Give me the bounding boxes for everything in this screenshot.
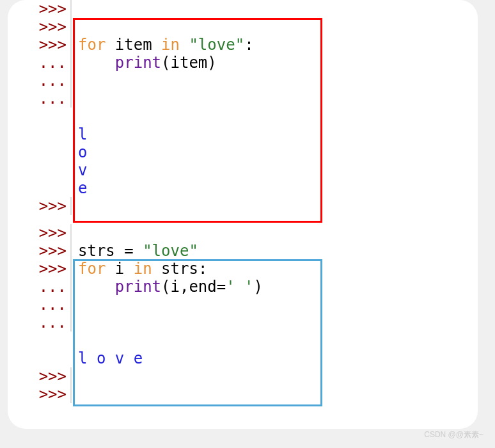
code-container: >>> >>> >>> for item in "love": ... prin… xyxy=(8,0,478,429)
for-statement: for item in "love": xyxy=(72,36,254,54)
for-keyword: for xyxy=(78,36,106,54)
colon2: : xyxy=(198,260,207,278)
code-line-print: ... print(item) xyxy=(8,54,478,72)
prompt-line: >>> xyxy=(8,385,478,403)
prompt-line: ... xyxy=(8,314,478,332)
prompt-line: >>> xyxy=(8,18,478,36)
string-love2: "love" xyxy=(143,242,198,260)
prompt-line: >>> xyxy=(8,224,478,242)
equals2: = xyxy=(217,278,226,296)
indent xyxy=(78,54,115,72)
prompt-line: >>> xyxy=(8,367,478,385)
prompt-secondary: ... xyxy=(8,314,72,332)
prompt-primary: >>> xyxy=(8,36,72,54)
prompt-secondary: ... xyxy=(8,54,72,72)
strs-ref: strs xyxy=(152,260,198,278)
output-line: l xyxy=(8,125,478,143)
assign-statement: strs = "love" xyxy=(72,242,198,260)
arg-i: i xyxy=(171,278,180,296)
output-o: o xyxy=(78,143,87,161)
prompt-primary: >>> xyxy=(8,197,72,215)
string-love: "love" xyxy=(180,36,244,54)
code-line-print2: ... print(i,end=' ') xyxy=(8,278,478,296)
print-statement2: print(i,end=' ') xyxy=(72,278,263,296)
output-line2: l o v e xyxy=(8,349,478,367)
prompt-primary: >>> xyxy=(8,385,72,403)
prompt-secondary: ... xyxy=(8,296,72,314)
for-keyword2: for xyxy=(78,260,106,278)
code-line-assign: >>> strs = "love" xyxy=(8,242,478,260)
comma: , xyxy=(180,278,189,296)
output-love: l o v e xyxy=(78,349,152,367)
prompt-secondary: ... xyxy=(8,278,72,296)
prompt-primary: >>> xyxy=(8,18,72,36)
rparen: ) xyxy=(207,54,216,72)
prompt-secondary: ... xyxy=(8,90,72,108)
output-v: v xyxy=(78,161,87,179)
print-arg: item xyxy=(171,54,208,72)
rparen2: ) xyxy=(254,278,263,296)
indent2 xyxy=(78,278,115,296)
output-line: v xyxy=(8,161,478,179)
watermark: CSDN @@素素~ xyxy=(424,429,483,440)
code-area: >>> >>> >>> for item in "love": ... prin… xyxy=(8,0,478,403)
prompt-secondary: ... xyxy=(8,72,72,90)
prompt-line: ... xyxy=(8,90,478,108)
output-line: o xyxy=(8,143,478,161)
prompt-primary: >>> xyxy=(8,260,72,278)
prompt-primary: >>> xyxy=(8,224,72,242)
code-line-for2: >>> for i in strs: xyxy=(8,260,478,278)
in-keyword2: in xyxy=(134,260,152,278)
prompt-line: ... xyxy=(8,72,478,90)
print-statement: print(item) xyxy=(72,54,217,72)
prompt-line: >>> xyxy=(8,0,478,18)
lparen: ( xyxy=(161,54,170,72)
i-var: i xyxy=(106,260,133,278)
colon: : xyxy=(244,36,253,54)
prompt-line: >>> xyxy=(8,197,478,215)
print-func2: print xyxy=(115,278,161,296)
in-keyword: in xyxy=(161,36,180,54)
blank-line xyxy=(8,108,478,125)
spacer xyxy=(8,215,478,224)
code-line-for: >>> for item in "love": xyxy=(8,36,478,54)
print-func: print xyxy=(115,54,161,72)
blank-line xyxy=(8,332,478,349)
output-line: e xyxy=(8,179,478,197)
strs-var: strs xyxy=(78,242,124,260)
item-var: item xyxy=(106,36,161,54)
output-e: e xyxy=(78,179,87,197)
for-statement2: for i in strs: xyxy=(72,260,207,278)
end-kwarg: end xyxy=(189,278,216,296)
prompt-line: ... xyxy=(8,296,478,314)
prompt-primary: >>> xyxy=(8,242,72,260)
end-val: ' ' xyxy=(226,278,253,296)
equals: = xyxy=(124,242,143,260)
prompt-primary: >>> xyxy=(8,367,72,385)
prompt-primary: >>> xyxy=(8,0,72,18)
code-lines: >>> >>> >>> for item in "love": ... prin… xyxy=(8,0,478,403)
output-l: l xyxy=(78,125,87,143)
lparen2: ( xyxy=(161,278,170,296)
